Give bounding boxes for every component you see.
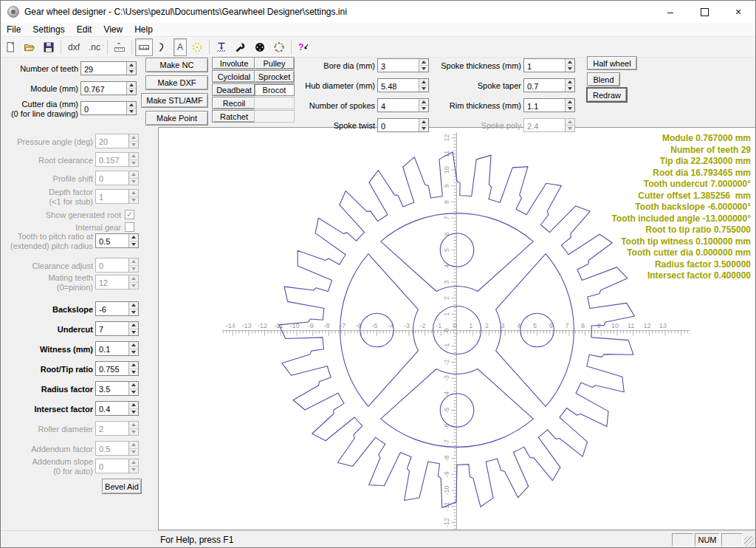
redraw-button[interactable]: Redraw (586, 87, 628, 103)
field-spoke-poly-spin-up[interactable] (566, 119, 574, 126)
field-spoke-thickness-mm-spin-up[interactable] (566, 59, 574, 66)
ruler-toggle-button[interactable] (135, 38, 153, 56)
field-witness-mm-spin-down[interactable] (129, 349, 138, 356)
field-pressure-angle-deg-input[interactable] (96, 134, 128, 148)
field-depth-factor-spin-up[interactable] (129, 190, 138, 197)
ratchet-button[interactable]: Ratchet (212, 110, 256, 123)
field-profile-shift-input[interactable] (96, 171, 128, 185)
field-undercut-spin-down[interactable] (129, 329, 138, 336)
field-spoke-taper-spin-down[interactable] (566, 86, 574, 92)
field-clearance-adjust-spin-down[interactable] (129, 266, 138, 273)
field-profile-shift-spin-down[interactable] (129, 179, 138, 185)
make-stl-amf-button[interactable]: Make STL/AMF (141, 93, 208, 108)
field-spoke-twist-input[interactable] (378, 119, 419, 131)
field-number-of-teeth-input[interactable] (81, 62, 126, 75)
field-intersect-factor-spin-up[interactable] (129, 402, 138, 409)
field-depth-factor-input[interactable] (96, 190, 128, 203)
context-help-button[interactable]: ? (295, 38, 312, 56)
field-root-tip-ratio-spin-up[interactable] (129, 362, 138, 369)
field-spoke-thickness-mm-spin-down[interactable] (566, 66, 574, 72)
field-rim-thickness-mm-spin-up[interactable] (566, 99, 574, 106)
save-file-button[interactable] (40, 38, 58, 56)
field-intersect-factor-input[interactable] (96, 402, 128, 415)
deadbeat-button[interactable]: Deadbeat (212, 83, 256, 96)
field-rim-thickness-mm-input[interactable] (524, 99, 565, 112)
field-cutter-dia-mm-spin-down[interactable] (127, 109, 136, 114)
field-clearance-adjust-spin-up[interactable] (129, 258, 138, 266)
field-cutter-dia-mm-spin-up[interactable] (127, 102, 136, 109)
field-mating-teeth-input[interactable] (96, 275, 128, 289)
field-mating-teeth-spin-up[interactable] (129, 275, 138, 283)
field-module-mm-spin-up[interactable] (127, 82, 136, 89)
type-blank-button-2[interactable] (254, 110, 295, 123)
field-number-of-teeth-spin-up[interactable] (127, 62, 136, 69)
field-root-clearance-input[interactable] (96, 153, 128, 166)
field-tooth-to-pitch-ratio-at-input[interactable] (96, 234, 128, 247)
new-file-button[interactable] (1, 38, 19, 56)
field-root-tip-ratio-spin-down[interactable] (129, 369, 138, 376)
field-spoke-poly-spin-down[interactable] (566, 126, 574, 131)
field-pressure-angle-deg-spin-down[interactable] (129, 142, 138, 148)
wrench-tool-button[interactable] (232, 38, 250, 56)
field-root-clearance-spin-down[interactable] (129, 160, 138, 167)
field-witness-mm-spin-up[interactable] (129, 342, 138, 349)
brocot-wheel-button[interactable] (270, 38, 288, 56)
field-root-clearance-spin-up[interactable] (129, 153, 138, 160)
field-backslope-spin-up[interactable] (129, 302, 138, 309)
field-addendum-factor-spin-up[interactable] (129, 442, 138, 449)
field-addendum-factor-input[interactable] (96, 442, 128, 455)
field-spoke-thickness-mm-input[interactable] (524, 59, 565, 72)
cycloidal-button[interactable]: Cycloidal (212, 70, 256, 83)
field-number-of-teeth-spin-down[interactable] (127, 69, 136, 75)
field-addendum-factor-spin-down[interactable] (129, 449, 138, 456)
maximize-button[interactable] (687, 1, 721, 23)
field-cutter-dia-mm-input[interactable] (81, 102, 126, 114)
recoil-button[interactable]: Recoil (212, 97, 256, 109)
field-spoke-poly-input[interactable] (524, 119, 565, 131)
drawing-canvas[interactable]: -14-13-12-11-10-9-8-7-6-5-4-3-2-10123456… (158, 127, 756, 530)
bevel-aid-button[interactable]: Bevel Aid (102, 479, 142, 494)
field-module-mm-input[interactable] (81, 82, 126, 95)
field-roller-diameter-input[interactable] (96, 422, 128, 435)
make-nc-button[interactable]: Make NC (145, 58, 208, 72)
depth-tool-button[interactable] (213, 38, 230, 56)
solid-wheel-button[interactable] (251, 38, 269, 56)
field-bore-dia-mm-input[interactable] (378, 59, 419, 72)
field-spoke-taper-spin-up[interactable] (566, 79, 574, 86)
make-point-button[interactable]: Make Point (145, 111, 208, 126)
dxf-export-button[interactable]: dxf (64, 38, 83, 56)
annotation-toggle-button[interactable]: A (173, 38, 187, 56)
open-file-button[interactable] (21, 38, 38, 56)
field-roller-diameter-spin-up[interactable] (129, 422, 138, 429)
field-profile-shift-spin-up[interactable] (129, 171, 138, 179)
field-undercut-spin-up[interactable] (129, 322, 138, 329)
field-backslope-input[interactable] (96, 302, 128, 315)
field-spoke-taper-input[interactable] (524, 79, 565, 92)
internal-gear-checkbox[interactable] (125, 222, 134, 232)
close-button[interactable]: × (721, 1, 755, 23)
menu-file[interactable]: File (1, 24, 27, 35)
field-radius-factor-spin-up[interactable] (129, 382, 138, 389)
inches-toggle-button[interactable]: " (111, 38, 128, 56)
menu-view[interactable]: View (97, 24, 128, 35)
sprocket-button[interactable]: Sprocket (254, 70, 295, 83)
field-addendum-slope-spin-up[interactable] (129, 459, 138, 467)
minimize-button[interactable]: – (653, 1, 687, 23)
field-backslope-spin-down[interactable] (129, 309, 138, 316)
field-undercut-input[interactable] (96, 322, 128, 335)
field-depth-factor-spin-down[interactable] (129, 197, 138, 204)
menu-help[interactable]: Help (128, 24, 159, 35)
field-addendum-slope-spin-down[interactable] (129, 467, 138, 473)
field-intersect-factor-spin-down[interactable] (129, 409, 138, 416)
resize-grip[interactable] (744, 536, 755, 547)
profile-curve-button[interactable] (154, 38, 172, 56)
field-tooth-to-pitch-ratio-at-spin-up[interactable] (129, 234, 138, 242)
field-clearance-adjust-input[interactable] (96, 258, 128, 272)
field-pressure-angle-deg-spin-up[interactable] (129, 134, 138, 142)
field-module-mm-spin-down[interactable] (127, 89, 136, 95)
field-witness-mm-input[interactable] (96, 342, 128, 355)
field-radius-factor-input[interactable] (96, 382, 128, 395)
nc-export-button[interactable]: .nc (85, 38, 104, 56)
make-dxf-button[interactable]: Make DXF (145, 75, 208, 90)
field-rim-thickness-mm-spin-down[interactable] (566, 106, 574, 112)
